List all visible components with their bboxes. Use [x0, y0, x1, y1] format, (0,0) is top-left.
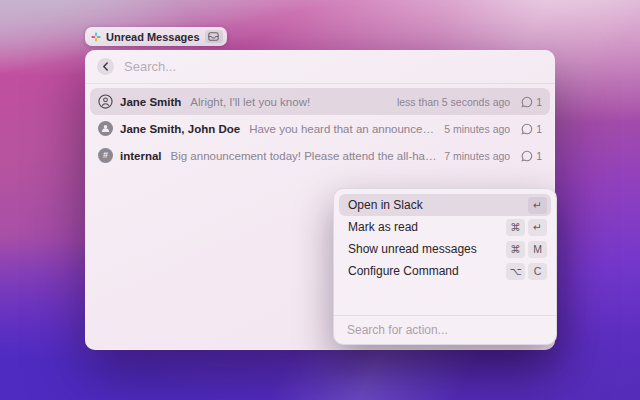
option-key: ⌥ — [506, 263, 525, 280]
message-list: Jane Smith Alright, I'll let you know! l… — [85, 84, 555, 169]
action-panel: Open in Slack ↵ Mark as read ⌘ ↵ Show un… — [333, 188, 557, 345]
command-pill[interactable]: Unread Messages — [85, 27, 227, 46]
group-avatar-icon — [98, 121, 113, 136]
unread-count: 1 — [536, 150, 542, 162]
action-configure-command[interactable]: Configure Command ⌥ C — [339, 260, 551, 282]
message-sender: Jane Smith, John Doe — [120, 123, 240, 135]
action-search-input[interactable] — [347, 323, 543, 337]
shortcut-keys: ⌘ ↵ — [506, 219, 547, 236]
slack-icon — [91, 32, 101, 42]
shortcut-keys: ⌥ C — [506, 263, 547, 280]
chat-bubble-icon — [521, 150, 533, 162]
c-key: C — [528, 263, 547, 280]
action-show-unread-messages[interactable]: Show unread messages ⌘ M — [339, 238, 551, 260]
message-preview: Alright, I'll let you know! — [190, 96, 390, 108]
message-preview: Have you heard that an announcement is c… — [249, 123, 437, 135]
command-key: ⌘ — [506, 241, 525, 258]
unread-count: 1 — [536, 96, 542, 108]
command-key: ⌘ — [506, 219, 525, 236]
tray-icon[interactable] — [205, 30, 223, 43]
message-timestamp: 7 minutes ago — [444, 150, 510, 162]
message-row[interactable]: Jane Smith, John Doe Have you heard that… — [90, 115, 550, 142]
action-panel-footer — [334, 315, 556, 344]
message-row[interactable]: # internal Big announcement today! Pleas… — [90, 142, 550, 169]
action-panel-items: Open in Slack ↵ Mark as read ⌘ ↵ Show un… — [334, 189, 556, 287]
message-timestamp: less than 5 seconds ago — [397, 96, 510, 108]
return-key: ↵ — [528, 197, 547, 214]
shortcut-keys: ⌘ M — [506, 241, 547, 258]
person-avatar-icon — [98, 94, 113, 109]
action-open-in-slack[interactable]: Open in Slack ↵ — [339, 194, 551, 216]
message-sender: internal — [120, 150, 162, 162]
message-timestamp: 5 minutes ago — [444, 123, 510, 135]
unread-count-badge: 1 — [521, 123, 542, 135]
unread-count-badge: 1 — [521, 150, 542, 162]
chat-bubble-icon — [521, 96, 533, 108]
action-mark-as-read[interactable]: Mark as read ⌘ ↵ — [339, 216, 551, 238]
search-input[interactable] — [124, 59, 543, 74]
unread-count: 1 — [536, 123, 542, 135]
return-key: ↵ — [528, 219, 547, 236]
back-button[interactable] — [97, 58, 114, 75]
command-pill-label: Unread Messages — [106, 31, 200, 43]
window-header — [85, 50, 555, 84]
m-key: M — [528, 241, 547, 258]
launcher-window: Jane Smith Alright, I'll let you know! l… — [85, 50, 555, 350]
chat-bubble-icon — [521, 123, 533, 135]
chevron-left-icon — [102, 62, 109, 71]
channel-hash-icon: # — [98, 148, 113, 163]
shortcut-keys: ↵ — [528, 197, 547, 214]
message-sender: Jane Smith — [120, 96, 181, 108]
unread-count-badge: 1 — [521, 96, 542, 108]
message-row[interactable]: Jane Smith Alright, I'll let you know! l… — [90, 88, 550, 115]
panel-spacer — [334, 287, 556, 315]
message-preview: Big announcement today! Please attend th… — [171, 150, 438, 162]
